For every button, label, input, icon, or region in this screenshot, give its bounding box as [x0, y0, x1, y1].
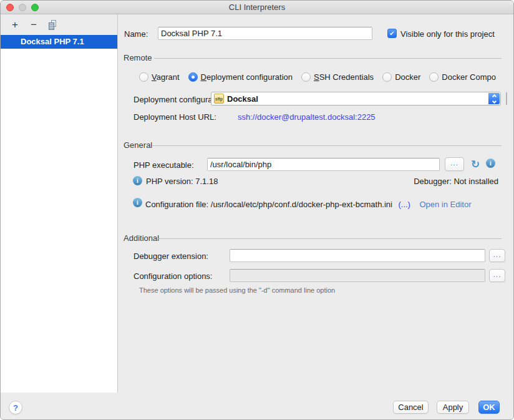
- name-label: Name:: [124, 29, 148, 39]
- radio-docker-compose[interactable]: Docker Compo: [429, 72, 496, 82]
- sidebar-toolbar: + −: [1, 14, 117, 35]
- php-info-icon[interactable]: i: [486, 159, 495, 168]
- help-button[interactable]: ?: [9, 401, 22, 414]
- chevron-up-icon: [492, 94, 496, 98]
- debugger-status-text: Debugger: Not installed: [414, 177, 498, 186]
- deployment-host-url-label: Deployment Host URL:: [133, 112, 216, 122]
- php-executable-label: PHP executable:: [133, 160, 194, 170]
- name-input[interactable]: [158, 27, 372, 40]
- open-in-editor-link[interactable]: Open in Editor: [419, 200, 471, 209]
- window-title: CLI Interpreters: [229, 2, 285, 12]
- config-file-info-icon: i: [133, 198, 142, 207]
- radio-circle: [382, 72, 392, 82]
- titlebar[interactable]: CLI Interpreters: [1, 1, 513, 14]
- deployment-configuration-select[interactable]: sftp Docksal: [211, 92, 501, 105]
- add-interpreter-button[interactable]: +: [11, 19, 19, 30]
- debugger-extension-browse-button[interactable]: ...: [489, 249, 505, 262]
- radio-circle-selected: [188, 72, 198, 82]
- configuration-options-browse-button[interactable]: ...: [489, 269, 505, 282]
- debugger-extension-input[interactable]: [230, 249, 485, 262]
- radio-ssh-credentials[interactable]: SSH Credentials: [301, 72, 374, 82]
- radio-circle: [139, 72, 148, 82]
- php-executable-browse-button[interactable]: ...: [445, 157, 464, 171]
- php-version-text: PHP version: 7.1.18: [146, 177, 218, 186]
- sftp-file-icon: sftp: [214, 94, 224, 104]
- configuration-options-label: Configuration options:: [133, 271, 212, 281]
- general-section-divider: [152, 145, 502, 146]
- deployment-configuration-value: Docksal: [227, 94, 258, 104]
- additional-section-divider: [157, 238, 502, 239]
- footer: ? Cancel Apply OK: [1, 393, 513, 420]
- main-panel: Name: ✔ Visible only for this project Re…: [118, 14, 514, 393]
- visible-only-label: Visible only for this project: [400, 29, 495, 39]
- radio-deployment-configuration[interactable]: Deployment configuration: [188, 72, 293, 82]
- close-button[interactable]: [6, 4, 14, 11]
- chevron-down-icon: [492, 99, 496, 103]
- list-item-docksal-php[interactable]: Docksal PHP 7.1: [1, 35, 117, 49]
- reload-phpinfo-icon[interactable]: ↻: [471, 159, 480, 170]
- ok-button[interactable]: OK: [478, 401, 500, 414]
- general-section-title: General: [124, 140, 152, 150]
- config-file-text: Configuration file: /usr/local/etc/php/c…: [145, 200, 392, 209]
- remote-type-radio-group: Vagrant Deployment configuration SSH Cre…: [139, 72, 514, 82]
- remove-interpreter-button[interactable]: −: [29, 19, 38, 30]
- interpreter-list[interactable]: Docksal PHP 7.1: [1, 35, 117, 393]
- cli-interpreters-dialog: CLI Interpreters + − Docksal PHP 7.1 Nam…: [0, 0, 514, 420]
- configuration-options-input[interactable]: [230, 269, 485, 282]
- visible-only-checkbox[interactable]: ✔: [387, 29, 397, 38]
- remote-section-title: Remote: [124, 53, 152, 62]
- host-url-link[interactable]: ssh://docker@drupaltest.docksal:2225: [238, 112, 376, 122]
- php-version-info-icon: i: [133, 176, 142, 185]
- cancel-button[interactable]: Cancel: [393, 401, 429, 414]
- clipped-button-edge: [506, 92, 507, 105]
- radio-docker[interactable]: Docker: [382, 72, 420, 82]
- duplicate-interpreter-icon[interactable]: [48, 20, 57, 30]
- radio-vagrant[interactable]: Vagrant: [139, 72, 180, 82]
- radio-circle: [429, 72, 439, 82]
- config-file-row: Configuration file: /usr/local/etc/php/c…: [145, 198, 472, 210]
- check-icon: ✔: [389, 31, 394, 37]
- interpreter-sidebar: + − Docksal PHP 7.1: [1, 14, 118, 393]
- apply-button[interactable]: Apply: [437, 401, 469, 414]
- radio-circle: [301, 72, 311, 82]
- additional-section-title: Additional: [124, 233, 159, 243]
- remote-section-divider: [154, 58, 502, 59]
- combo-stepper[interactable]: [488, 93, 500, 104]
- zoom-button[interactable]: [31, 4, 39, 11]
- debugger-extension-label: Debugger extension:: [133, 252, 208, 261]
- options-hint-text: These options will be passed using the "…: [139, 286, 335, 294]
- minimize-button[interactable]: [19, 4, 26, 11]
- php-executable-input[interactable]: [207, 158, 440, 171]
- config-file-expand-link[interactable]: (...): [398, 200, 410, 209]
